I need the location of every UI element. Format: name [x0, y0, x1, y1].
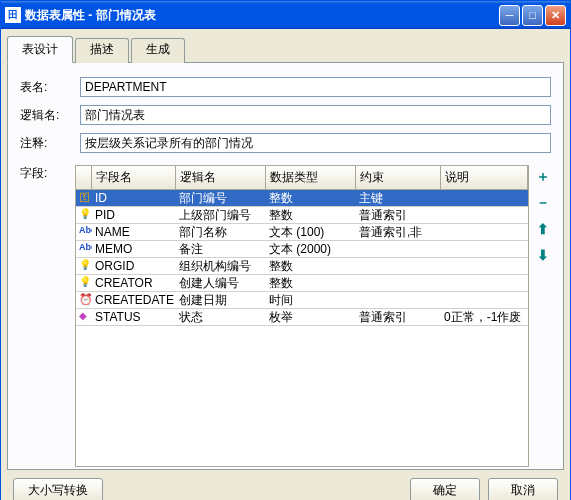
- cell-desc: [441, 207, 528, 224]
- table-row[interactable]: AbcMEMO备注文本 (2000): [76, 241, 528, 258]
- bulb-icon: 💡: [79, 208, 91, 222]
- logic-input[interactable]: [80, 105, 551, 125]
- cell-field: ID: [92, 190, 176, 207]
- window-title: 数据表属性 - 部门情况表: [25, 7, 499, 24]
- cancel-button[interactable]: 取消: [488, 478, 558, 500]
- cell-field: CREATOR: [92, 275, 176, 292]
- col-logic[interactable]: 逻辑名: [176, 166, 266, 190]
- panel-design: 表名: 逻辑名: 注释: 字段: 字段名 逻辑名: [7, 62, 564, 470]
- cell-logic: 状态: [176, 309, 266, 326]
- add-field-button[interactable]: ＋: [535, 169, 551, 185]
- table-row[interactable]: ⏰CREATEDATE创建日期时间: [76, 292, 528, 309]
- cell-logic: 创建人编号: [176, 275, 266, 292]
- cell-type: 时间: [266, 292, 356, 309]
- cell-constraint: [356, 275, 441, 292]
- cell-constraint: 普通索引,非: [356, 224, 441, 241]
- cell-constraint: 普通索引: [356, 207, 441, 224]
- cell-type: 文本 (100): [266, 224, 356, 241]
- comment-input[interactable]: [80, 133, 551, 153]
- name-input[interactable]: [80, 77, 551, 97]
- abc-icon: Abc: [79, 225, 92, 239]
- table-row[interactable]: ◆STATUS状态枚举普通索引0正常，-1作废: [76, 309, 528, 326]
- cell-field: STATUS: [92, 309, 176, 326]
- cell-logic: 组织机构编号: [176, 258, 266, 275]
- app-icon: 田: [5, 7, 21, 23]
- maximize-button[interactable]: □: [522, 5, 543, 26]
- footer: 大小写转换 确定 取消: [7, 470, 564, 500]
- cell-field: ORGID: [92, 258, 176, 275]
- col-desc[interactable]: 说明: [441, 166, 528, 190]
- grid-header: 字段名 逻辑名 数据类型 约束 说明: [76, 166, 528, 190]
- fields-label: 字段:: [20, 165, 75, 182]
- minimize-button[interactable]: ─: [499, 5, 520, 26]
- logic-label: 逻辑名:: [20, 107, 80, 124]
- cell-type: 整数: [266, 190, 356, 207]
- cell-type: 文本 (2000): [266, 241, 356, 258]
- cell-logic: 创建日期: [176, 292, 266, 309]
- fields-grid[interactable]: 字段名 逻辑名 数据类型 约束 说明 ⚿ID部门编号整数主键💡PID上级部门编号…: [75, 165, 529, 467]
- ok-button[interactable]: 确定: [410, 478, 480, 500]
- bulb-icon: 💡: [79, 276, 91, 290]
- cell-type: 枚举: [266, 309, 356, 326]
- diamond-icon: ◆: [79, 310, 89, 324]
- col-constraint[interactable]: 约束: [356, 166, 441, 190]
- titlebar[interactable]: 田 数据表属性 - 部门情况表 ─ □ ✕: [1, 1, 570, 29]
- cell-desc: [441, 258, 528, 275]
- cell-type: 整数: [266, 275, 356, 292]
- move-up-button[interactable]: ⬆: [535, 221, 551, 237]
- bulb-icon: 💡: [79, 259, 91, 273]
- key-icon: ⚿: [79, 191, 90, 205]
- cell-logic: 部门名称: [176, 224, 266, 241]
- case-convert-button[interactable]: 大小写转换: [13, 478, 103, 500]
- cell-field: NAME: [92, 224, 176, 241]
- cell-type: 整数: [266, 258, 356, 275]
- cell-logic: 部门编号: [176, 190, 266, 207]
- table-row[interactable]: ⚿ID部门编号整数主键: [76, 190, 528, 207]
- cell-constraint: [356, 292, 441, 309]
- comment-label: 注释:: [20, 135, 80, 152]
- tab-generate[interactable]: 生成: [131, 38, 185, 63]
- table-row[interactable]: AbcNAME部门名称文本 (100)普通索引,非: [76, 224, 528, 241]
- cell-constraint: [356, 241, 441, 258]
- move-down-button[interactable]: ⬇: [535, 247, 551, 263]
- close-button[interactable]: ✕: [545, 5, 566, 26]
- tab-desc[interactable]: 描述: [75, 38, 129, 63]
- cell-constraint: [356, 258, 441, 275]
- cell-constraint: 普通索引: [356, 309, 441, 326]
- abc-icon: Abc: [79, 242, 92, 256]
- cell-field: MEMO: [92, 241, 176, 258]
- cell-desc: [441, 224, 528, 241]
- cell-desc: [441, 292, 528, 309]
- name-label: 表名:: [20, 79, 80, 96]
- remove-field-button[interactable]: －: [535, 195, 551, 211]
- table-row[interactable]: 💡CREATOR创建人编号整数: [76, 275, 528, 292]
- cell-field: PID: [92, 207, 176, 224]
- cell-logic: 上级部门编号: [176, 207, 266, 224]
- cell-desc: [441, 190, 528, 207]
- table-row[interactable]: 💡ORGID组织机构编号整数: [76, 258, 528, 275]
- cell-constraint: 主键: [356, 190, 441, 207]
- tab-bar: 表设计 描述 生成: [7, 36, 564, 63]
- tab-design[interactable]: 表设计: [7, 36, 73, 63]
- window: 田 数据表属性 - 部门情况表 ─ □ ✕ 表设计 描述 生成 表名: 逻辑名:…: [0, 0, 571, 500]
- cell-field: CREATEDATE: [92, 292, 176, 309]
- col-type[interactable]: 数据类型: [266, 166, 356, 190]
- cell-type: 整数: [266, 207, 356, 224]
- cell-logic: 备注: [176, 241, 266, 258]
- grid-blank[interactable]: [76, 326, 528, 466]
- col-field[interactable]: 字段名: [92, 166, 176, 190]
- clock-icon: ⏰: [79, 293, 92, 307]
- cell-desc: [441, 275, 528, 292]
- table-row[interactable]: 💡PID上级部门编号整数普通索引: [76, 207, 528, 224]
- cell-desc: [441, 241, 528, 258]
- cell-desc: 0正常，-1作废: [441, 309, 528, 326]
